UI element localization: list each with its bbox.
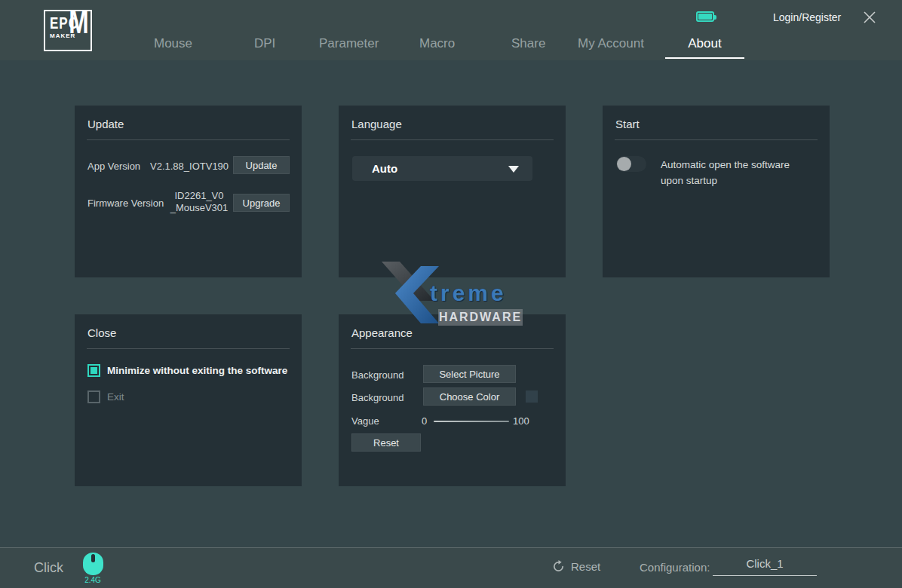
click-label: Click [34, 560, 63, 576]
app-window: { "header": { "logo": { "line1": "EPO", … [0, 0, 902, 588]
connection-badge: 2.4G [81, 576, 104, 584]
login-register-link[interactable]: Login/Register [773, 11, 841, 23]
reset-icon [552, 560, 565, 573]
minimize-option-label: Minimize without exiting the software [107, 365, 287, 376]
minimize-checkbox[interactable] [87, 364, 100, 377]
minimize-option[interactable]: Minimize without exiting the software [87, 364, 287, 377]
background-picture-label: Background [351, 369, 403, 381]
language-panel: Language Auto [339, 106, 566, 277]
tab-my-account[interactable]: My Account [578, 36, 644, 51]
configuration-label: Configuration: [640, 561, 710, 574]
autostart-description: Automatic open the software upon startup [661, 157, 804, 188]
tab-macro[interactable]: Macro [419, 36, 455, 51]
firmware-version-label: Firmware Version [87, 198, 164, 209]
app-version-value: V2.1.88_IOTV190 [150, 161, 229, 172]
firmware-version-line1: ID2261_V0 [170, 190, 229, 202]
choose-color-button[interactable]: Choose Color [423, 387, 516, 406]
divider [87, 348, 290, 349]
upgrade-button[interactable]: Upgrade [233, 194, 290, 212]
firmware-version-line2: _MouseV301 [170, 202, 229, 214]
reset-button-label: Reset [571, 560, 600, 573]
background-color-label: Background [351, 392, 403, 403]
mouse-wheel-icon [91, 554, 95, 562]
footer-bar: Click 2.4G Reset Configuration: Click_1 [0, 547, 902, 588]
appearance-panel: Appearance Background Select Picture Bac… [339, 314, 566, 486]
header-bar: EPO MAKER M Mouse DPI Parameter Macro Sh… [0, 0, 902, 60]
mouse-icon [83, 553, 103, 575]
close-panel: Close Minimize without exiting the softw… [75, 314, 302, 486]
tab-parameter[interactable]: Parameter [319, 36, 379, 51]
language-dropdown[interactable]: Auto [352, 156, 532, 181]
update-button[interactable]: Update [233, 156, 290, 174]
color-swatch[interactable] [526, 390, 538, 403]
logo-text-m: M [69, 5, 89, 38]
tab-share[interactable]: Share [511, 36, 545, 51]
divider [351, 348, 554, 349]
watermark-treme-text: treme [430, 280, 507, 306]
start-panel: Start Automatic open the software upon s… [603, 106, 830, 277]
divider [87, 139, 290, 140]
battery-icon [696, 11, 714, 22]
tab-dpi[interactable]: DPI [254, 36, 275, 51]
language-selected-value: Auto [372, 162, 397, 175]
vague-min-value: 0 [422, 415, 427, 427]
close-window-button[interactable] [860, 8, 879, 27]
tab-mouse[interactable]: Mouse [154, 36, 192, 51]
firmware-version-value: ID2261_V0 _MouseV301 [170, 190, 229, 214]
reset-button[interactable]: Reset [552, 560, 600, 573]
start-panel-title: Start [615, 118, 640, 130]
appearance-reset-button[interactable]: Reset [351, 433, 421, 452]
vague-max-value: 100 [513, 415, 529, 427]
exit-option-label: Exit [107, 391, 124, 403]
vague-slider[interactable] [434, 421, 509, 422]
vague-label: Vague [351, 415, 379, 427]
app-version-label: App Version [87, 161, 140, 172]
exit-checkbox[interactable] [87, 390, 100, 403]
update-panel-title: Update [87, 118, 124, 130]
autostart-toggle[interactable] [616, 156, 646, 172]
tab-about[interactable]: About [665, 36, 744, 59]
chevron-down-icon [508, 166, 519, 173]
language-panel-title: Language [351, 118, 402, 130]
toggle-knob [617, 157, 631, 171]
device-mouse-button[interactable]: 2.4G [81, 553, 104, 586]
divider [615, 139, 818, 140]
epomaker-logo: EPO MAKER M [44, 10, 92, 51]
divider [351, 139, 554, 140]
update-panel: Update App Version V2.1.88_IOTV190 Updat… [75, 106, 302, 277]
exit-option[interactable]: Exit [87, 390, 124, 403]
appearance-panel-title: Appearance [351, 326, 413, 339]
select-picture-button[interactable]: Select Picture [423, 365, 516, 383]
close-panel-title: Close [87, 326, 116, 339]
configuration-value-field[interactable]: Click_1 [713, 557, 817, 576]
close-icon [860, 8, 879, 27]
